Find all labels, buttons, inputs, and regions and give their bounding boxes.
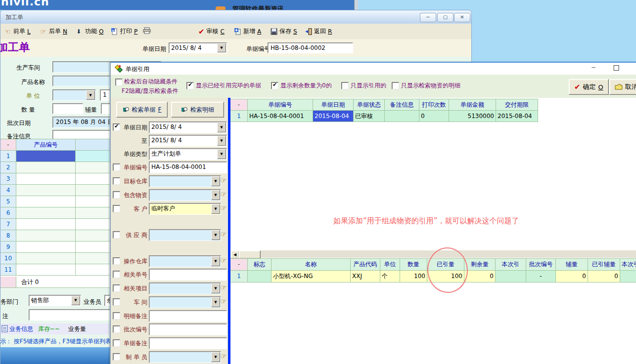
grid-cell[interactable] (76, 162, 110, 173)
scrollbar-thumb[interactable] (239, 250, 261, 259)
grid-row[interactable]: 8 (0, 230, 111, 242)
col-code[interactable]: 产品代码 (351, 258, 380, 271)
grid-cell[interactable] (16, 242, 76, 252)
chevron-down-icon[interactable]: ▼ (71, 296, 80, 305)
op-warehouse-combobox[interactable]: ▼ (149, 255, 221, 267)
chevron-down-icon[interactable]: ▼ (211, 204, 220, 214)
col-qty[interactable]: 数量 (400, 258, 427, 271)
pick-hand-icon[interactable]: ☞ (220, 177, 227, 184)
doc-remark-input[interactable] (149, 337, 227, 349)
chevron-down-icon[interactable]: ▼ (211, 256, 220, 266)
grid-cell[interactable] (76, 219, 110, 230)
grid-cell[interactable] (76, 196, 110, 207)
include-material-combobox[interactable]: ▼ (149, 189, 221, 201)
grid-row[interactable]: 3 (0, 173, 111, 185)
search-details-button[interactable]: 检索明细 (171, 102, 224, 118)
doc-list-row[interactable]: 1 HA-15-08-04-0001 2015-08-04 已审核 0 5130… (230, 111, 636, 122)
related-no-input[interactable] (149, 269, 227, 281)
chevron-down-icon[interactable]: ▼ (211, 283, 220, 293)
auto-hide-checkbox[interactable] (115, 79, 123, 86)
grid-cell[interactable] (16, 230, 76, 241)
chevron-down-icon[interactable]: ▼ (86, 90, 95, 100)
chevron-down-icon[interactable]: ▼ (211, 176, 220, 186)
col-amount[interactable]: 单据金额 (449, 99, 496, 111)
col-flag[interactable]: 标志 (248, 258, 272, 271)
grid-cell[interactable] (76, 207, 110, 218)
grid-row[interactable]: 9 (0, 242, 111, 253)
supplier-combobox[interactable]: ▼ (149, 229, 221, 241)
pick-hand-icon[interactable]: ☞ (220, 353, 227, 360)
col-remain[interactable]: 剩余量 (464, 258, 496, 271)
save-button[interactable]: 保存S (271, 27, 297, 36)
doc-type-combobox[interactable]: 生产计划单▼ (149, 148, 227, 160)
grid-cell[interactable] (76, 185, 110, 196)
pick-hand-icon[interactable]: ☞ (220, 231, 227, 238)
grid-row[interactable]: 7 (0, 219, 111, 230)
detail-remark-input[interactable] (149, 310, 227, 322)
grid-row[interactable]: 5 (0, 196, 111, 207)
next-doc-button[interactable]: ☞后单N (40, 27, 67, 36)
add-button[interactable]: 新增A (234, 27, 261, 36)
stock-label[interactable]: 库存~~ (38, 325, 60, 333)
doc-date-to-combobox[interactable]: 2015/ 8/ 4▼ (149, 135, 227, 147)
grid-row[interactable]: 6 (0, 207, 111, 219)
col-unit[interactable]: 单位 (380, 258, 400, 271)
chevron-down-icon[interactable]: ▼ (211, 230, 220, 240)
grid-cell[interactable] (16, 173, 76, 184)
creator-combobox[interactable]: ▼ (149, 351, 221, 363)
col-batch-no[interactable]: 批次编号 (526, 258, 556, 271)
grid-cell[interactable] (76, 242, 110, 252)
printer-icon[interactable] (143, 27, 151, 34)
grid-cell[interactable] (16, 151, 76, 162)
pick-hand-icon[interactable]: ☞ (220, 191, 227, 198)
close-button[interactable]: ✕ (454, 13, 470, 22)
print-button[interactable]: 打印P (111, 27, 137, 36)
workshop-filter-combobox[interactable]: ▼ (149, 296, 221, 308)
grid-cell[interactable] (76, 173, 110, 184)
batch-no-input[interactable] (149, 324, 227, 335)
col-this-ref-aux[interactable]: 本次引辅量 (620, 258, 636, 271)
business-info-label[interactable]: 业务信息 (9, 325, 33, 333)
pick-hand-icon[interactable]: ☞ (220, 284, 227, 291)
show-finished-checkbox[interactable] (186, 82, 194, 89)
grid-row[interactable]: 4 (0, 185, 111, 196)
doc-no-filter-input[interactable]: HA-15-08-04-0001 (149, 162, 227, 173)
audit-button[interactable]: ✔审核C (198, 27, 225, 36)
chevron-down-icon[interactable]: ▼ (211, 190, 220, 200)
col-name[interactable]: 名称 (272, 258, 351, 271)
col-aux[interactable]: 辅量 (556, 258, 588, 271)
chevron-down-icon[interactable]: ▼ (217, 122, 226, 132)
minimize-button[interactable]: ─ (420, 13, 436, 22)
chevron-down-icon[interactable]: ▼ (211, 352, 220, 362)
cancel-button[interactable]: 取消C (609, 79, 636, 95)
col-ref-aux[interactable]: 已引辅量 (588, 258, 620, 271)
scroll-left-icon[interactable]: ◀ (230, 250, 239, 259)
col-doc-no[interactable]: 单据编号 (248, 99, 313, 111)
grid-cell[interactable] (16, 253, 76, 264)
quantity-input[interactable] (52, 103, 83, 114)
show-zero-checkbox[interactable] (271, 82, 278, 89)
unit-combobox[interactable]: ▼ (52, 89, 96, 101)
function-button[interactable]: ⬇功能O (76, 27, 103, 36)
chevron-down-icon[interactable]: ▼ (217, 43, 226, 52)
grid-cell[interactable] (16, 219, 76, 230)
only-detail-checkbox[interactable] (392, 82, 399, 89)
grid-cell[interactable] (76, 264, 110, 275)
grid-cell[interactable] (16, 207, 76, 218)
search-docs-button[interactable]: 检索单据F (116, 102, 168, 118)
grid-cell[interactable] (16, 196, 76, 207)
grid-row[interactable]: 2 (0, 162, 111, 173)
return-button[interactable]: 返回R (305, 27, 332, 36)
col-remark[interactable]: 备注信息 (385, 99, 419, 111)
target-warehouse-combobox[interactable]: ▼ (149, 175, 221, 187)
pick-hand-icon[interactable]: ☞ (220, 298, 227, 305)
grid-cell[interactable] (16, 162, 76, 173)
grid-row[interactable]: 10 (0, 253, 111, 264)
doc-date-combobox[interactable]: 2015/ 8/ 4▼ (169, 42, 227, 53)
doc-date-from-combobox[interactable]: 2015/ 8/ 4▼ (149, 121, 227, 133)
maximize-button[interactable]: ▢ (437, 13, 454, 22)
chevron-down-icon[interactable]: ▼ (217, 136, 226, 146)
col-deadline[interactable]: 交付期限 (496, 99, 538, 111)
dialog-titlebar[interactable]: 单据引用 ─ □ (111, 63, 636, 75)
customer-combobox[interactable]: 临时客户▼ (149, 203, 221, 215)
